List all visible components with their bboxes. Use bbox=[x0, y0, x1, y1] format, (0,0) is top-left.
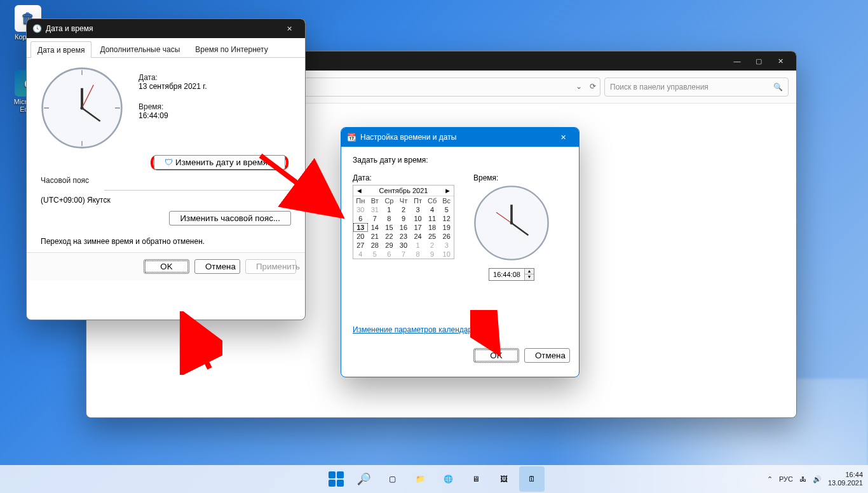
change-timezone-button[interactable]: Изменить часовой пояс... bbox=[169, 211, 291, 226]
maximize-button[interactable]: ▢ bbox=[748, 51, 770, 71]
apply-button[interactable]: Применить bbox=[245, 259, 296, 274]
analog-clock-small bbox=[473, 185, 550, 263]
change-date-time-button[interactable]: 🛡 Изменить дату и время... bbox=[154, 155, 285, 170]
calendar-day[interactable]: 17 bbox=[410, 223, 425, 232]
tray-time: 16:44 bbox=[845, 471, 863, 479]
time-spinner[interactable]: ▲ ▼ bbox=[489, 268, 534, 281]
calendar-day[interactable]: 26 bbox=[439, 232, 454, 241]
prev-month-icon[interactable]: ◄ bbox=[356, 187, 363, 194]
ok-button[interactable]: OK bbox=[144, 259, 189, 274]
search-icon: 🔍 bbox=[773, 83, 783, 91]
calendar-day[interactable]: 11 bbox=[425, 214, 440, 223]
calendar-day[interactable]: 22 bbox=[382, 232, 397, 241]
calendar-day[interactable]: 9 bbox=[397, 214, 411, 223]
calendar-day[interactable]: 4 bbox=[353, 250, 368, 259]
calendar-day[interactable]: 2 bbox=[425, 241, 440, 250]
close-button[interactable]: ✕ bbox=[278, 19, 300, 38]
settings-titlebar[interactable]: 📆 Настройка времени и даты ✕ bbox=[341, 128, 579, 147]
calendar-day[interactable]: 9 bbox=[425, 250, 440, 259]
explorer-button[interactable]: 📁 bbox=[407, 466, 433, 492]
calendar-day[interactable]: 30 bbox=[353, 205, 368, 214]
highlight-annotation: 🛡 Изменить дату и время... bbox=[151, 155, 288, 170]
calendar-day[interactable]: 8 bbox=[410, 250, 425, 259]
calendar-day[interactable]: 24 bbox=[410, 232, 425, 241]
date-time-app-button[interactable]: 🗓 bbox=[519, 466, 545, 492]
network-icon[interactable]: 🖧 bbox=[799, 475, 806, 483]
tray-date: 13.09.2021 bbox=[828, 479, 863, 487]
cancel-button[interactable]: Отмена bbox=[194, 259, 240, 274]
calendar-day[interactable]: 29 bbox=[382, 241, 397, 250]
calendar-day[interactable]: 6 bbox=[353, 214, 368, 223]
svg-point-13 bbox=[510, 222, 513, 225]
edge-button[interactable]: 🌐 bbox=[435, 466, 461, 492]
chevron-down-icon[interactable]: ⌄ bbox=[576, 82, 582, 91]
time-input[interactable] bbox=[489, 270, 524, 279]
calendar-day[interactable]: 15 bbox=[382, 223, 397, 232]
calendar-day[interactable]: 4 bbox=[425, 205, 440, 214]
shield-icon: 🛡 bbox=[165, 158, 173, 167]
search-input[interactable]: Поиск в панели управления 🔍 bbox=[604, 78, 789, 97]
calendar-day[interactable]: 2 bbox=[397, 205, 411, 214]
tz-value: (UTC+09:00) Якутск bbox=[41, 196, 291, 205]
calendar-day[interactable]: 12 bbox=[439, 214, 454, 223]
calendar-day[interactable]: 7 bbox=[397, 250, 411, 259]
app-button-2[interactable]: 🖼 bbox=[491, 466, 517, 492]
tray-chevron-icon[interactable]: ⌃ bbox=[767, 475, 773, 483]
close-button[interactable]: ✕ bbox=[552, 128, 574, 147]
calendar-day[interactable]: 18 bbox=[425, 223, 440, 232]
time-value: 16:44:09 bbox=[139, 111, 207, 120]
calendar-day[interactable]: 5 bbox=[439, 205, 454, 214]
calendar-day[interactable]: 28 bbox=[368, 241, 383, 250]
spin-up-icon[interactable]: ▲ bbox=[525, 269, 534, 274]
volume-icon[interactable]: 🔊 bbox=[813, 475, 822, 483]
close-button[interactable]: ✕ bbox=[770, 51, 791, 71]
start-button[interactable] bbox=[323, 466, 349, 492]
calendar-day[interactable]: 20 bbox=[353, 232, 368, 241]
task-view-button[interactable]: ▢ bbox=[379, 466, 405, 492]
calendar-day[interactable]: 19 bbox=[439, 223, 454, 232]
next-month-icon[interactable]: ► bbox=[444, 187, 451, 194]
calendar-settings-link[interactable]: Изменение параметров календаря bbox=[353, 325, 477, 334]
calendar-day[interactable]: 3 bbox=[410, 205, 425, 214]
spin-down-icon[interactable]: ▼ bbox=[525, 274, 534, 280]
calendar-day[interactable]: 31 bbox=[368, 205, 383, 214]
taskbar-search-button[interactable]: 🔍 bbox=[351, 466, 377, 492]
minimize-button[interactable]: — bbox=[726, 51, 748, 71]
dst-note: Переход на зимнее время и обратно отмене… bbox=[41, 237, 291, 246]
calendar-day[interactable]: 6 bbox=[382, 250, 397, 259]
calendar-day[interactable]: 10 bbox=[410, 214, 425, 223]
window-title: Дата и время bbox=[46, 24, 93, 33]
calendar-day[interactable]: 7 bbox=[368, 214, 383, 223]
cancel-button[interactable]: Отмена bbox=[524, 348, 570, 363]
language-indicator[interactable]: РУС bbox=[779, 475, 793, 483]
ok-button[interactable]: OK bbox=[473, 348, 519, 363]
calendar-day[interactable]: 23 bbox=[397, 232, 411, 241]
refresh-icon[interactable]: ⟳ bbox=[590, 82, 596, 91]
tab-additional-clocks[interactable]: Дополнительные часы bbox=[93, 41, 187, 57]
app-button[interactable]: 🖥 bbox=[463, 466, 489, 492]
calendar-day[interactable]: 14 bbox=[368, 223, 383, 232]
tab-internet-time[interactable]: Время по Интернету bbox=[188, 41, 275, 57]
calendar-day[interactable]: 13 bbox=[353, 223, 368, 232]
weekday-header: Вт bbox=[368, 196, 383, 205]
calendar-day[interactable]: 16 bbox=[397, 223, 411, 232]
calendar-day[interactable]: 30 bbox=[397, 241, 411, 250]
tab-date-time[interactable]: Дата и время bbox=[31, 41, 92, 58]
calendar-day[interactable]: 5 bbox=[368, 250, 383, 259]
weekday-header: Пн bbox=[353, 196, 368, 205]
calendar-day[interactable]: 25 bbox=[425, 232, 440, 241]
date-time-titlebar[interactable]: 🕓 Дата и время ✕ bbox=[27, 19, 305, 38]
date-value: 13 сентября 2021 г. bbox=[139, 82, 207, 91]
search-icon: 🔍 bbox=[357, 472, 371, 486]
calendar-day[interactable]: 8 bbox=[382, 214, 397, 223]
calendar-day[interactable]: 10 bbox=[439, 250, 454, 259]
calendar-day[interactable]: 1 bbox=[382, 205, 397, 214]
clock-tray[interactable]: 16:44 13.09.2021 bbox=[828, 471, 863, 487]
calendar-day[interactable]: 27 bbox=[353, 241, 368, 250]
calendar-day[interactable]: 21 bbox=[368, 232, 383, 241]
calendar-day[interactable]: 3 bbox=[439, 241, 454, 250]
date-time-dialog: 🕓 Дата и время ✕ Дата и время Дополнител… bbox=[26, 18, 306, 320]
settings-time-date-dialog: 📆 Настройка времени и даты ✕ Задать дату… bbox=[341, 127, 580, 377]
calendar-day[interactable]: 1 bbox=[410, 241, 425, 250]
calendar[interactable]: ◄ Сентябрь 2021 ► ПнВтСрЧтПтСбВс30311234… bbox=[353, 185, 454, 259]
